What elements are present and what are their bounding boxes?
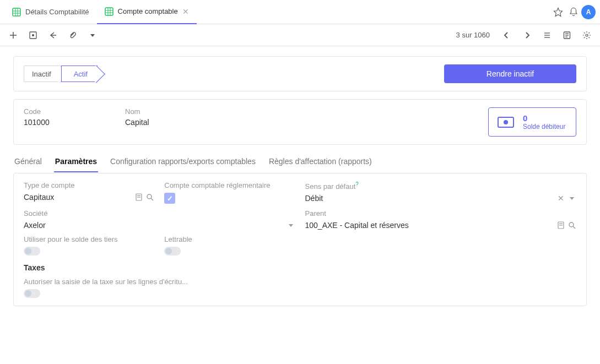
field-label: Compte comptable réglementaire — [164, 181, 295, 189]
sens-field: Sens par défaut? Débit ✕ — [305, 181, 577, 204]
money-icon — [498, 117, 514, 128]
tab-compte-comptable[interactable]: Compte comptable ✕ — [97, 0, 197, 24]
back-button[interactable] — [44, 26, 62, 44]
field-value[interactable]: Capitaux — [24, 193, 54, 202]
tab-label: Détails Comptabilité — [25, 8, 89, 16]
status-card: Inactif Actif Rendre inactif — [13, 56, 587, 91]
toolbar: 3 sur 1060 — [0, 24, 600, 46]
svg-marker-10 — [554, 8, 563, 16]
svg-marker-31 — [289, 224, 293, 227]
help-icon[interactable]: ? — [355, 181, 359, 187]
subtab-parametres[interactable]: Paramètres — [54, 153, 98, 172]
svg-line-36 — [573, 226, 575, 229]
open-record-icon[interactable] — [556, 221, 565, 230]
deactivate-button[interactable]: Rendre inactif — [444, 64, 576, 83]
record-position: 3 sur 1060 — [452, 31, 494, 39]
autoriser-taxe-field: Autoriser la saisie de la taxe sur les l… — [24, 278, 300, 298]
lettrable-field: Lettrable — [164, 235, 295, 256]
form-view-icon[interactable] — [558, 26, 576, 44]
field-label: Société — [24, 209, 295, 218]
field-label: Lettrable — [164, 235, 295, 243]
subtab-general[interactable]: Général — [13, 153, 43, 172]
field-label: Code — [24, 107, 112, 116]
field-label: Parent — [305, 209, 577, 218]
taxes-heading: Taxes — [24, 263, 576, 272]
attachment-button[interactable] — [64, 26, 82, 44]
bell-icon[interactable] — [566, 4, 581, 20]
svg-marker-30 — [570, 197, 574, 200]
field-label: Sens par défaut? — [305, 181, 577, 191]
svg-rect-0 — [13, 8, 20, 16]
subtab-regles[interactable]: Règles d'affectation (rapports) — [268, 153, 373, 172]
field-value[interactable]: Axelor — [24, 221, 46, 230]
field-value[interactable]: Capital — [125, 118, 475, 127]
save-button[interactable] — [24, 26, 42, 44]
tab-label: Compte comptable — [118, 7, 178, 15]
status-inactif[interactable]: Inactif — [24, 66, 61, 82]
star-icon[interactable] — [550, 4, 566, 20]
button-label: Rendre inactif — [487, 69, 534, 78]
record-navigation: 3 sur 1060 — [452, 26, 536, 44]
field-label: Autoriser la saisie de la taxe sur les l… — [24, 278, 300, 286]
params-panel: Type de compte Capitaux Compte comptable… — [13, 173, 587, 306]
checkbox-checked[interactable]: ✓ — [164, 193, 175, 204]
toggle-off[interactable] — [24, 247, 40, 256]
close-icon[interactable]: ✕ — [182, 7, 189, 16]
search-icon[interactable] — [145, 193, 154, 202]
summary-card: Code 101000 Nom Capital 0 Solde débiteur — [13, 99, 587, 145]
field-value[interactable]: Débit — [305, 194, 323, 203]
next-record-button[interactable] — [518, 26, 536, 44]
more-dropdown[interactable] — [84, 26, 101, 44]
search-icon[interactable] — [567, 221, 576, 230]
balance-desc: Solde débiteur — [523, 123, 565, 131]
balance-card[interactable]: 0 Solde débiteur — [488, 107, 576, 137]
open-record-icon[interactable] — [134, 193, 143, 202]
svg-point-35 — [569, 222, 574, 227]
code-field: Code 101000 — [24, 107, 112, 127]
status-stepper: Inactif Actif — [24, 66, 98, 82]
toggle-off[interactable] — [24, 289, 40, 298]
avatar-letter: A — [586, 8, 591, 16]
compte-reglementaire-field: Compte comptable réglementaire ✓ — [164, 181, 295, 204]
societe-field: Société Axelor — [24, 209, 295, 230]
chevron-down-icon[interactable] — [567, 194, 576, 203]
svg-marker-16 — [90, 34, 95, 37]
settings-icon[interactable] — [578, 26, 596, 44]
field-label: Utiliser pour le solde des tiers — [24, 235, 154, 243]
subtabs: Général Paramètres Configuration rapport… — [13, 153, 587, 173]
field-label: Nom — [125, 107, 475, 116]
parent-field: Parent 100_AXE - Capital et réserves — [305, 209, 577, 230]
field-value[interactable]: 100_AXE - Capital et réserves — [305, 221, 409, 230]
toggle-off[interactable] — [164, 247, 181, 256]
grid-icon — [12, 8, 21, 17]
svg-point-28 — [147, 194, 152, 199]
prev-record-button[interactable] — [498, 26, 515, 44]
svg-rect-5 — [105, 8, 113, 15]
subtab-config[interactable]: Configuration rapports/exports comptable… — [109, 153, 257, 172]
status-label: Inactif — [32, 70, 51, 78]
svg-point-14 — [33, 34, 34, 36]
utiliser-solde-field: Utiliser pour le solde des tiers — [24, 235, 154, 256]
clear-icon[interactable]: ✕ — [556, 194, 565, 203]
type-field: Type de compte Capitaux — [24, 181, 154, 204]
balance-amount: 0 — [523, 113, 565, 123]
chevron-down-icon[interactable] — [287, 221, 295, 230]
avatar[interactable]: A — [581, 5, 596, 19]
tabs-bar: Détails Comptabilité Compte comptable ✕ … — [0, 0, 600, 24]
status-label: Actif — [74, 70, 88, 78]
grid-icon — [105, 7, 113, 16]
add-button[interactable] — [4, 26, 22, 44]
status-actif[interactable]: Actif — [61, 66, 98, 82]
svg-point-24 — [586, 34, 588, 36]
nom-field: Nom Capital — [125, 107, 475, 127]
tab-details-comptabilite[interactable]: Détails Comptabilité — [4, 0, 97, 24]
field-label: Type de compte — [24, 181, 154, 189]
svg-line-29 — [151, 198, 153, 200]
list-view-icon[interactable] — [538, 26, 556, 44]
field-value[interactable]: 101000 — [24, 118, 112, 127]
